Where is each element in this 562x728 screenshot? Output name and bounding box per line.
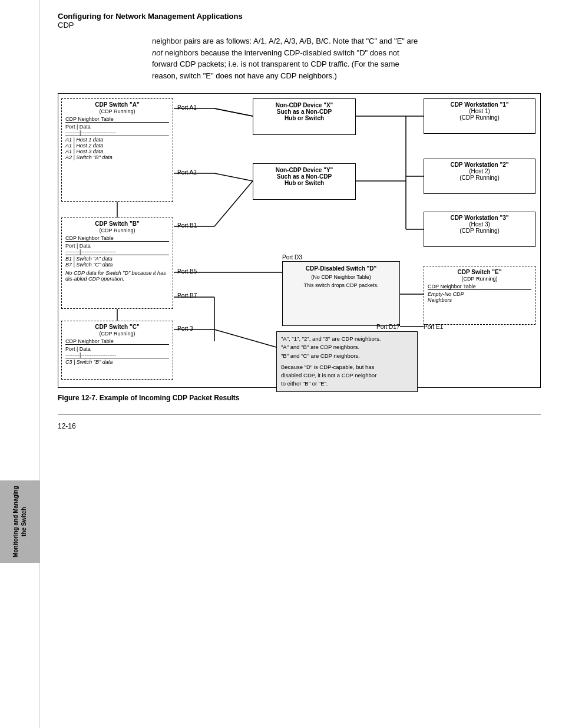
svg-line-2 <box>214 108 253 116</box>
page-container: Monitoring and Managing the Switch Confi… <box>0 0 562 728</box>
switch-b-col-header: Port | Data <box>65 243 169 249</box>
ws1-box: CDP Workstation "1" (Host 1) (CDP Runnin… <box>424 98 535 134</box>
switch-a-row1: A1 | Host 1 data <box>65 137 169 143</box>
ncdp-y-title: Non-CDP Device "Y" <box>256 167 352 173</box>
switch-c-title: CDP Switch "C" <box>65 324 169 330</box>
ws3-sub2: (CDP Running) <box>427 228 533 234</box>
switch-a-row4: A2 | Switch "B" data <box>65 154 169 160</box>
port-e1-label: Port E1 <box>424 324 443 330</box>
intro-text1: neighbor pairs are as follows: A/1, A/2,… <box>152 37 418 45</box>
switch-a-sep: --------|-------------------- <box>65 130 169 136</box>
switch-c-row1: C3 | Switch "B" data <box>65 359 169 365</box>
switch-a-table-header: CDP Neighbor Table <box>65 116 169 123</box>
svg-line-1 <box>214 108 253 116</box>
switch-a-subtitle: (CDP Running) <box>65 108 169 114</box>
sidebar-label-line1: Monitoring and Managing <box>12 486 19 558</box>
intro-paragraph: neighbor pairs are as follows: A/1, A/2,… <box>152 35 482 81</box>
intro-text3: forward CDP packets; i.e. is not transpa… <box>152 60 399 68</box>
notes-line3: "B" and "C" are CDP neighbors. <box>281 352 413 360</box>
notes-box: "A", "1", "2", and "3" are CDP neighbors… <box>276 331 418 392</box>
disabled-switch-d-box: CDP-Disabled Switch "D" (No CDP Neighbor… <box>282 261 400 326</box>
switch-a-row2: A1 | Host 2 data <box>65 143 169 149</box>
main-content: Configuring for Network Management Appli… <box>40 0 562 728</box>
switch-c-sep: --------|-------------------- <box>65 352 169 358</box>
ncdp-y-box: Non-CDP Device "Y" Such as a Non-CDP Hub… <box>253 163 356 200</box>
ws1-sub1: (Host 1) <box>427 108 533 114</box>
switch-b-sep: --------|-------------------- <box>65 249 169 255</box>
ws2-sub1: (Host 2) <box>427 168 533 174</box>
notes-line1: "A", "1", "2", and "3" are CDP neighbors… <box>281 335 413 343</box>
intro-not: not <box>152 48 163 57</box>
switch-a-box: CDP Switch "A" (CDP Running) CDP Neighbo… <box>61 98 173 202</box>
switch-e-title: CDP Switch "E" <box>428 269 531 275</box>
sidebar-label-line2: the Switch <box>21 507 27 536</box>
switch-c-subtitle: (CDP Running) <box>65 331 169 337</box>
figure-diagram: CDP Switch "A" (CDP Running) CDP Neighbo… <box>58 93 541 388</box>
port-b5-label: Port B5 <box>177 268 197 275</box>
notes-line4: Because "D" is CDP-capable, but has <box>281 363 413 371</box>
disabled-d-note1: (No CDP Neighbor Table) <box>286 274 396 280</box>
port-a2-label: Port A2 <box>177 169 197 176</box>
switch-b-box: CDP Switch "B" (CDP Running) CDP Neighbo… <box>61 218 173 309</box>
bottom-section: 12-16 <box>58 414 541 430</box>
switch-b-row1: B1 | Switch "A" data <box>65 256 169 262</box>
figure-caption-text: Figure 12-7. Example of Incoming CDP Pac… <box>58 394 240 402</box>
header-subtitle: CDP <box>58 21 541 29</box>
notes-line6: to either "B" or "E". <box>281 380 413 388</box>
port-b1-label: Port B1 <box>177 222 197 229</box>
ws3-sub1: (Host 3) <box>427 221 533 228</box>
switch-b-row2: B7 | Switch "C" data <box>65 262 169 268</box>
intro-text4: reason, switch "E" does not have any CDP… <box>152 71 337 80</box>
figure-caption: Figure 12-7. Example of Incoming CDP Pac… <box>58 394 541 402</box>
switch-c-table-header: CDP Neighbor Table <box>65 338 169 345</box>
switch-b-subtitle: (CDP Running) <box>65 228 169 233</box>
switch-b-table-header: CDP Neighbor Table <box>65 235 169 242</box>
ncdp-x-title: Non-CDP Device "X" <box>256 102 352 108</box>
port-b7-label: Port B7 <box>177 292 197 299</box>
switch-b-title: CDP Switch "B" <box>65 220 169 227</box>
port-d3-label: Port D3 <box>282 254 302 261</box>
switch-e-table-header: CDP Neighbor Table <box>428 284 531 290</box>
switch-a-col-header: Port | Data <box>65 124 169 130</box>
switch-e-note2: Neighbors <box>428 297 531 303</box>
notes-line5: disabled CDP, it is not a CDP neighbor <box>281 371 413 380</box>
port-3-label: Port 3 <box>177 325 193 332</box>
svg-line-4 <box>214 173 253 181</box>
sidebar: Monitoring and Managing the Switch <box>0 0 40 728</box>
port-a1-label: Port A1 <box>177 104 197 111</box>
svg-line-14 <box>214 181 253 226</box>
ncdp-y-sub1: Such as a Non-CDP <box>256 173 352 180</box>
disabled-d-note2: This switch drops CDP packets. <box>286 282 396 288</box>
ws2-sub2: (CDP Running) <box>427 174 533 181</box>
page-number: 12-16 <box>58 422 541 430</box>
switch-e-note1: Empty-No CDP <box>428 291 531 297</box>
notes-line2: "A" and "B" are CDP neighbors. <box>281 343 413 351</box>
ws1-title: CDP Workstation "1" <box>427 101 533 108</box>
ws3-box: CDP Workstation "3" (Host 3) (CDP Runnin… <box>424 212 535 247</box>
switch-c-box: CDP Switch "C" (CDP Running) CDP Neighbo… <box>61 321 173 380</box>
switch-c-col-header: Port | Data <box>65 346 169 352</box>
ncdp-x-box: Non-CDP Device "X" Such as a Non-CDP Hub… <box>253 98 356 135</box>
ncdp-x-sub1: Such as a Non-CDP <box>256 108 352 115</box>
switch-a-row3: A1 | Host 3 data <box>65 149 169 154</box>
ncdp-y-sub2: Hub or Switch <box>256 180 352 186</box>
switch-e-box: CDP Switch "E" (CDP Running) CDP Neighbo… <box>424 266 535 325</box>
svg-line-23 <box>214 330 276 347</box>
switch-a-title: CDP Switch "A" <box>65 101 169 108</box>
port-d17-label: Port D17 <box>376 324 399 330</box>
disabled-d-title: CDP-Disabled Switch "D" <box>286 265 396 272</box>
switch-e-subtitle: (CDP Running) <box>428 276 531 282</box>
header-title: Configuring for Network Management Appli… <box>58 12 541 21</box>
ws3-title: CDP Workstation "3" <box>427 215 533 221</box>
ws2-box: CDP Workstation "2" (Host 2) (CDP Runnin… <box>424 159 535 194</box>
switch-b-note: No CDP data for Switch "D" because it ha… <box>65 270 169 282</box>
ncdp-x-sub2: Hub or Switch <box>256 115 352 121</box>
ws2-title: CDP Workstation "2" <box>427 162 533 168</box>
page-header: Configuring for Network Management Appli… <box>58 12 541 29</box>
ws1-sub2: (CDP Running) <box>427 114 533 121</box>
intro-text2: neighbors because the intervening CDP-di… <box>163 48 399 57</box>
